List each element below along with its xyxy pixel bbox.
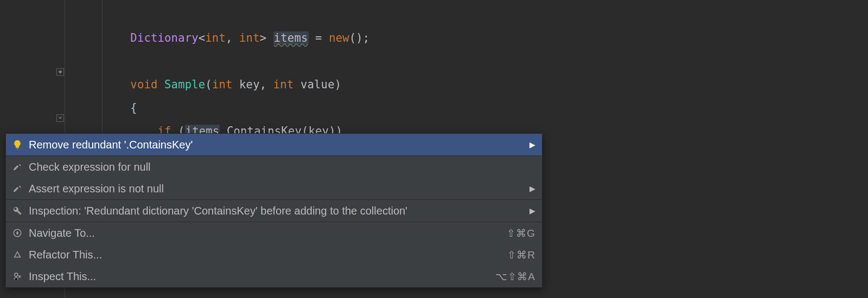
indent [103, 31, 130, 44]
type-keyword: int [212, 78, 233, 91]
punctuation: < [199, 31, 206, 44]
submenu-arrow-icon: ▶ [529, 140, 535, 149]
menu-item-inspect-this[interactable]: Inspect This... ⌥⇧⌘A [6, 265, 542, 287]
space [233, 78, 240, 91]
punctuation: ) [335, 78, 342, 91]
submenu-arrow-icon: ▶ [529, 184, 535, 193]
svg-point-2 [15, 273, 18, 276]
hammer-icon [11, 161, 23, 173]
keyboard-shortcut: ⇧⌘R [507, 249, 535, 261]
type-keyword: int [205, 31, 226, 44]
parameter: key [239, 78, 260, 91]
pyramid-icon [11, 249, 23, 261]
menu-item-check-null[interactable]: Check expression for null [6, 156, 542, 178]
type-keyword: int [273, 78, 294, 91]
svg-rect-0 [16, 148, 18, 150]
keyboard-shortcut: ⌥⇧⌘A [495, 270, 535, 283]
menu-label: Remove redundant '.ContainsKey' [29, 139, 193, 151]
keyword: new [329, 31, 349, 44]
menu-label: Navigate To... [29, 227, 95, 239]
menu-item-assert-not-null[interactable]: Assert expression is not null ▶ [6, 178, 542, 199]
type-keyword: int [239, 31, 260, 44]
punctuation: , [226, 31, 239, 44]
menu-label: Inspection: 'Redundant dictionary 'Conta… [29, 205, 407, 217]
fold-marker-icon[interactable] [56, 114, 64, 122]
menu-label: Check expression for null [29, 161, 151, 173]
menu-item-remove-redundant[interactable]: Remove redundant '.ContainsKey' ▶ [6, 134, 542, 156]
wrench-icon [11, 205, 23, 217]
punctuation: = [309, 31, 329, 44]
menu-item-inspection[interactable]: Inspection: 'Redundant dictionary 'Conta… [6, 200, 542, 222]
menu-label: Inspect This... [29, 270, 96, 283]
space [293, 78, 301, 91]
variable-highlighted: items [273, 31, 309, 44]
menu-item-navigate-to[interactable]: Navigate To... ⇧⌘G [6, 222, 542, 244]
compass-icon [11, 227, 23, 239]
menu-item-refactor-this[interactable]: Refactor This... ⇧⌘R [6, 244, 542, 265]
lightbulb-icon [11, 139, 23, 151]
type-keyword: Dictionary [130, 31, 198, 44]
inspect-icon [11, 270, 23, 282]
menu-label: Assert expression is not null [29, 183, 164, 195]
punctuation: > [260, 31, 273, 44]
punctuation: (); [349, 31, 370, 44]
hammer-icon [11, 183, 23, 195]
menu-label: Refactor This... [29, 249, 102, 261]
submenu-arrow-icon: ▶ [529, 206, 535, 215]
keyboard-shortcut: ⇧⌘G [507, 227, 535, 239]
function-name: Sample [164, 78, 205, 91]
parameter: value [301, 78, 335, 91]
punctuation: ( [205, 78, 212, 91]
fold-marker-icon[interactable] [56, 68, 64, 76]
quick-fix-menu[interactable]: Remove redundant '.ContainsKey' ▶ Check … [5, 133, 542, 288]
space [158, 78, 165, 91]
code-line: Dictionary<int, int> items = new(); [76, 18, 369, 57]
punctuation: , [260, 78, 273, 91]
